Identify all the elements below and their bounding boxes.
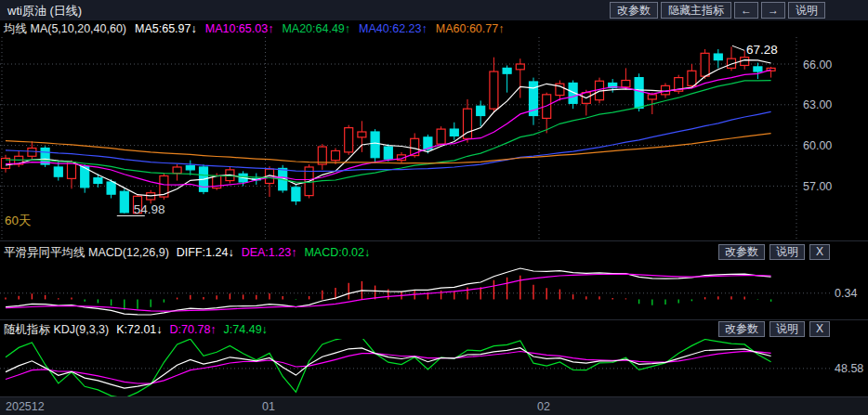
next-arrow-button[interactable]: →	[761, 2, 785, 19]
macd-help-button[interactable]: 说明	[769, 244, 805, 260]
indicator-value: MA60:60.77↑	[436, 22, 505, 35]
candle	[173, 167, 181, 174]
macd-change-params-button[interactable]: 改参数	[718, 244, 765, 260]
candle	[186, 166, 194, 170]
candle	[622, 81, 630, 87]
indicator-value: MA40:62.23↑	[359, 22, 427, 35]
indicator-value: MA10:65.03↑	[205, 22, 274, 35]
kdj-values: 随机指标 KDJ(9,3,3)K:72.01↓D:70.78↑J:74.49↓	[4, 322, 275, 338]
high-marker-line	[732, 45, 744, 50]
candle	[358, 132, 366, 137]
k-line	[6, 348, 771, 388]
time-axis: 202512 01 02	[0, 396, 868, 415]
indicator-value: DEA:1.23↑	[242, 246, 297, 259]
kdj-axis-label: 48.58	[835, 362, 863, 375]
candle	[477, 106, 485, 115]
help-button[interactable]: 说明	[788, 2, 825, 19]
candlesticks	[2, 46, 776, 214]
chart-title: wti原油 (日线)	[7, 3, 82, 19]
ma-lines	[6, 60, 771, 196]
macd-header: 平滑异同平均线 MACD(12,26,9)DIFF:1.24↓DEA:1.23↑…	[0, 240, 868, 266]
candle	[503, 68, 511, 73]
hide-main-indicator-button[interactable]: 隐藏主指标	[661, 2, 731, 19]
low-price-label: 54.98	[134, 202, 165, 216]
macd-axis-label: 0.34	[835, 287, 857, 300]
ma40-line	[6, 111, 771, 171]
macd-values: 平滑异同平均线 MACD(12,26,9)DIFF:1.24↓DEA:1.23↑…	[4, 245, 377, 261]
indicator-value: K:72.01↓	[116, 323, 162, 336]
indicator-value: MACD:0.02↓	[304, 246, 370, 259]
indicator-value: MA20:64.49↑	[282, 22, 350, 35]
topbar-buttons: 改参数隐藏主指标←→说明	[610, 2, 825, 19]
macd-close-button[interactable]: X	[809, 244, 830, 260]
kdj-chart-canvas[interactable]: 48.58	[0, 339, 868, 396]
indicator-value: 平滑异同平均线 MACD(12,26,9)	[4, 246, 169, 259]
main-grid	[0, 37, 797, 240]
main-chart-canvas[interactable]: 66.0063.0060.0057.0054.9867.2860天	[0, 37, 868, 240]
candle	[345, 128, 353, 152]
price-tick-label: 66.00	[803, 58, 832, 71]
candle	[68, 162, 76, 179]
candle	[94, 178, 102, 184]
change-params-button[interactable]: 改参数	[610, 2, 658, 19]
candle	[120, 191, 128, 213]
candle	[437, 129, 445, 144]
macd-histogram	[6, 276, 771, 310]
macd-buttons: 改参数说明X	[718, 244, 830, 260]
indicator-value: J:74.49↓	[224, 323, 268, 336]
candle	[635, 78, 643, 109]
d-line	[6, 351, 771, 383]
x-axis-label: 202512	[6, 400, 45, 413]
x-axis-label: 02	[537, 400, 550, 413]
kdj-help-button[interactable]: 说明	[769, 321, 805, 337]
indicator-value: DIFF:1.24↓	[177, 246, 234, 259]
indicator-value: 随机指标 KDJ(9,3,3)	[4, 323, 109, 336]
candle	[490, 71, 498, 109]
candle	[384, 147, 392, 159]
candle	[701, 53, 709, 76]
candle	[371, 132, 379, 158]
kdj-close-button[interactable]: X	[809, 321, 830, 337]
prev-arrow-button[interactable]: ←	[734, 2, 758, 19]
candle	[648, 95, 656, 99]
chart-application-window: { "header": { "title": "wti原油 (日线)", "bu…	[0, 0, 868, 415]
ma5-line	[6, 60, 771, 196]
candle	[28, 149, 36, 157]
kdj-buttons: 改参数说明X	[718, 321, 830, 337]
candle	[332, 150, 340, 160]
title-bar: wti原油 (日线) 改参数隐藏主指标←→说明	[0, 0, 868, 21]
macd-chart-canvas[interactable]: 0.34	[0, 265, 868, 318]
candle	[54, 167, 62, 176]
candle	[754, 67, 762, 71]
j-line	[6, 339, 771, 396]
indicator-value: MA5:65.97↓	[135, 22, 197, 35]
ma-info-bar: 均线 MA(5,10,20,40,60)MA5:65.97↓MA10:65.03…	[0, 20, 868, 37]
candle	[662, 85, 670, 94]
kdj-change-params-button[interactable]: 改参数	[718, 321, 765, 337]
candle	[688, 71, 696, 85]
candle	[450, 129, 458, 136]
kdj-header: 随机指标 KDJ(9,3,3)K:72.01↓D:70.78↑J:74.49↓ …	[0, 319, 868, 340]
x-axis-label: 01	[262, 400, 275, 413]
high-price-label: 67.28	[746, 43, 778, 57]
price-tick-label: 57.00	[803, 180, 832, 193]
candle	[107, 182, 115, 194]
indicator-value: 均线 MA(5,10,20,40,60)	[4, 22, 126, 35]
price-tick-label: 60.00	[803, 139, 832, 152]
range-label: 60天	[5, 214, 32, 227]
price-tick-label: 63.00	[803, 98, 832, 111]
candle	[714, 54, 722, 60]
indicator-value: D:70.78↑	[170, 323, 217, 336]
candle	[292, 188, 300, 201]
candle	[516, 64, 524, 70]
